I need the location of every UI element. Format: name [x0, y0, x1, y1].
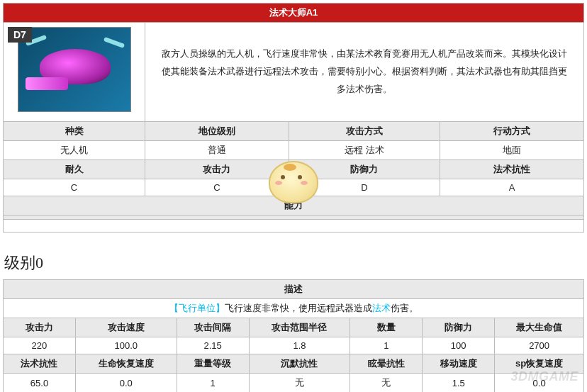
s1v2: 2.15	[177, 337, 249, 354]
s1v4: 1	[350, 337, 423, 354]
val-res: A	[440, 179, 584, 196]
s1v1: 100.0	[75, 337, 177, 354]
hdr-atkmode: 攻击方式	[289, 122, 440, 141]
flying-tag: 【飞行单位】	[169, 303, 225, 313]
s1h4: 数量	[350, 318, 423, 337]
hdr-hp: 耐久	[4, 160, 145, 179]
unit-title: 法术大师A1	[4, 4, 584, 23]
desc2-body: 【飞行单位】飞行速度非常快，使用远程武器造成法术伤害。	[4, 299, 584, 318]
ability-header: 能力	[3, 196, 584, 215]
s2v1: 0.0	[75, 374, 177, 393]
stats-table: 描述 【飞行单位】飞行速度非常快，使用远程武器造成法术伤害。 攻击力 攻击速度 …	[3, 279, 584, 392]
unit-description: 敌方人员操纵的无人机，飞行速度非常快，由某法术教育竞赛用无人机产品改装而来。其模…	[145, 23, 584, 122]
s1v5: 100	[423, 337, 495, 354]
s2v6: 0.0	[495, 374, 584, 393]
s2v3: 无	[249, 374, 350, 393]
s2h5: 移动速度	[423, 354, 495, 374]
val-movemode: 地面	[440, 141, 584, 160]
arts-tag: 法术	[372, 303, 391, 313]
s2h2: 重量等级	[177, 354, 249, 374]
hdr-rank: 地位级别	[145, 122, 289, 141]
s1v0: 220	[4, 337, 76, 354]
s2v4: 无	[350, 374, 423, 393]
hdr-movemode: 行动方式	[440, 122, 584, 141]
s1h0: 攻击力	[4, 318, 76, 337]
s2h0: 法术抗性	[4, 354, 76, 374]
hdr-res: 法术抗性	[440, 160, 584, 179]
s1v6: 2700	[495, 337, 584, 354]
ability-body	[3, 220, 584, 233]
s2v0: 65.0	[4, 374, 76, 393]
s2v2: 1	[177, 374, 249, 393]
s1h2: 攻击间隔	[177, 318, 249, 337]
val-type: 无人机	[4, 141, 145, 160]
level-heading: 级别0	[4, 252, 584, 274]
s2h1: 生命恢复速度	[75, 354, 177, 374]
s2v5: 1.5	[423, 374, 495, 393]
desc2-title: 描述	[4, 280, 584, 299]
s2h3: 沉默抗性	[249, 354, 350, 374]
s2h4: 眩晕抗性	[350, 354, 423, 374]
s1v3: 1.8	[249, 337, 350, 354]
val-hp: C	[4, 179, 145, 196]
s1h1: 攻击速度	[75, 318, 177, 337]
s1h3: 攻击范围半径	[249, 318, 350, 337]
mascot-icon	[265, 154, 322, 211]
unit-image-cell: D7	[4, 23, 145, 122]
s1h6: 最大生命值	[495, 318, 584, 337]
s2h6: sp恢复速度	[495, 354, 584, 374]
s1h5: 防御力	[423, 318, 495, 337]
drone-icon	[18, 27, 131, 112]
rarity-badge: D7	[8, 27, 32, 43]
hdr-type: 种类	[4, 122, 145, 141]
